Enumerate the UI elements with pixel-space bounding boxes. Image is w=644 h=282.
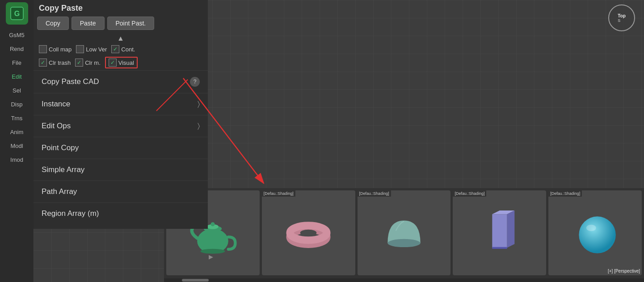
menu-item-region-array[interactable]: Region Array (m) <box>34 202 208 224</box>
menu-item-simple-array-label: Simple Array <box>42 165 84 174</box>
dome-shape <box>379 208 429 257</box>
collapse-arrow[interactable]: ▲ <box>34 34 208 43</box>
thumb-content-2 <box>262 190 355 275</box>
compass: Top S <box>608 4 635 31</box>
thumb-label-3: [Defau.:Shading] <box>358 190 391 197</box>
sidebar-item-file[interactable]: File <box>0 56 34 70</box>
svg-rect-15 <box>492 214 507 248</box>
clr-trash-checkbox-item[interactable]: ✓ Clr trash <box>39 59 71 67</box>
copy-button[interactable]: Copy <box>37 17 69 30</box>
sidebar-item-edit[interactable]: Edit <box>0 70 34 84</box>
coll-map-checkbox-item[interactable]: Coll map <box>39 45 72 53</box>
thumb-label-2: [Defau.:Shading] <box>262 190 295 197</box>
cont-checkbox-item[interactable]: ✓ Cont. <box>111 45 135 53</box>
edit-ops-arrow-icon: 〉 <box>198 122 200 130</box>
menu-item-simple-array[interactable]: Simple Array <box>34 159 208 181</box>
svg-point-19 <box>579 216 616 253</box>
clr-trash-label: Clr trash <box>49 59 71 66</box>
svg-point-8 <box>211 222 215 226</box>
torus-shape <box>284 208 333 257</box>
compass-label: Top <box>618 13 626 18</box>
menu-item-instance[interactable]: Instance 〉 <box>34 93 208 115</box>
svg-rect-18 <box>492 247 507 249</box>
thumbnail-box[interactable]: [Defau.:Shading] <box>453 190 546 275</box>
question-icon[interactable]: ? <box>190 77 200 87</box>
dropdown-panel: Copy Paste Copy Paste Point Past. ▲ Coll… <box>34 0 208 229</box>
thumbnail-scrollbar[interactable] <box>164 278 644 282</box>
cont-checkbox[interactable]: ✓ <box>111 45 119 53</box>
clr-trash-checkbox[interactable]: ✓ <box>39 59 47 67</box>
menu-item-instance-label: Instance <box>42 100 70 109</box>
menu-item-copy-paste-cad[interactable]: Copy Paste CAD ? <box>34 70 208 93</box>
sidebar-item-anim[interactable]: Anim <box>0 125 34 139</box>
sidebar-item-disp[interactable]: Disp <box>0 97 34 111</box>
menu-item-region-array-label: Region Array (m) <box>42 209 99 218</box>
svg-text:G: G <box>14 10 19 17</box>
sidebar: G GsM5 Rend File Edit Sel Disp Trns Anim… <box>0 0 34 282</box>
paste-button[interactable]: Paste <box>72 17 105 30</box>
button-row: Copy Paste Point Past. <box>34 17 208 34</box>
coll-map-label: Coll map <box>49 46 72 53</box>
thumbnail-dome[interactable]: [Defau.:Shading] <box>358 190 451 275</box>
sidebar-item-trns[interactable]: Trns <box>0 111 34 125</box>
clr-m-checkbox[interactable]: ✓ <box>75 59 83 67</box>
logo-icon: G <box>9 5 25 21</box>
thumb-content-4 <box>453 190 546 275</box>
thumbnail-sphere[interactable]: [Defau.:Shading] [+] [Perspective] <box>548 190 642 275</box>
sidebar-item-sel[interactable]: Sel <box>0 84 34 97</box>
svg-point-14 <box>387 239 420 247</box>
instance-arrow-icon: 〉 <box>198 100 200 108</box>
options-row-1: Coll map Low Ver ✓ Cont. <box>34 43 208 55</box>
svg-marker-17 <box>507 210 514 248</box>
low-ver-checkbox-item[interactable]: Low Ver <box>76 45 107 53</box>
visual-label: Visual <box>118 59 134 66</box>
thumb-content-5 <box>548 190 642 275</box>
menu-item-path-array[interactable]: Path Array <box>34 181 208 202</box>
svg-point-20 <box>586 225 596 231</box>
thumb-content-3 <box>358 190 451 275</box>
perspective-label: [+] [Perspective] <box>608 269 640 274</box>
thumb-label-5: [Defau.:Shading] <box>548 190 582 197</box>
thumbnail-torus[interactable]: [Defau.:Shading] <box>262 190 355 275</box>
visual-checkbox-item[interactable]: ✓ Visual <box>105 57 138 68</box>
sidebar-item-gsm5[interactable]: GsM5 <box>0 28 34 42</box>
low-ver-label: Low Ver <box>86 46 107 53</box>
sidebar-item-imod[interactable]: Imod <box>0 153 34 167</box>
svg-text:▶: ▶ <box>209 253 213 260</box>
compass-sub: S <box>618 18 626 23</box>
menu-item-point-copy[interactable]: Point Copy <box>34 137 208 159</box>
sidebar-item-modl[interactable]: Modl <box>0 139 34 153</box>
point-paste-button[interactable]: Point Past. <box>107 17 155 30</box>
logo[interactable]: G <box>6 2 28 25</box>
options-row-2: ✓ Clr trash ✓ Clr m. ✓ Visual <box>34 55 208 70</box>
menu-item-path-array-label: Path Array <box>42 187 77 196</box>
clr-m-label: Clr m. <box>85 59 101 66</box>
sidebar-item-rend[interactable]: Rend <box>0 42 34 56</box>
thumbnails-bar: [Defau.:Shading] ▶ [Defau.:Shading] <box>164 188 644 282</box>
scrollbar-handle[interactable] <box>182 279 209 282</box>
box-shape <box>477 204 522 262</box>
cont-label: Cont. <box>121 46 135 53</box>
visual-checkbox[interactable]: ✓ <box>109 59 117 67</box>
menu-item-edit-ops-label: Edit Ops <box>42 122 71 130</box>
thumb-label-4: [Defau.:Shading] <box>453 190 486 197</box>
coll-map-checkbox[interactable] <box>39 45 47 53</box>
panel-header: Copy Paste <box>34 0 208 17</box>
menu-item-point-copy-label: Point Copy <box>42 143 79 152</box>
menu-item-copy-paste-cad-label: Copy Paste CAD <box>42 77 99 86</box>
menu-item-edit-ops[interactable]: Edit Ops 〉 <box>34 115 208 137</box>
low-ver-checkbox[interactable] <box>76 45 84 53</box>
svg-point-13 <box>300 230 317 236</box>
clr-m-checkbox-item[interactable]: ✓ Clr m. <box>75 59 101 67</box>
sphere-shape <box>571 208 620 257</box>
